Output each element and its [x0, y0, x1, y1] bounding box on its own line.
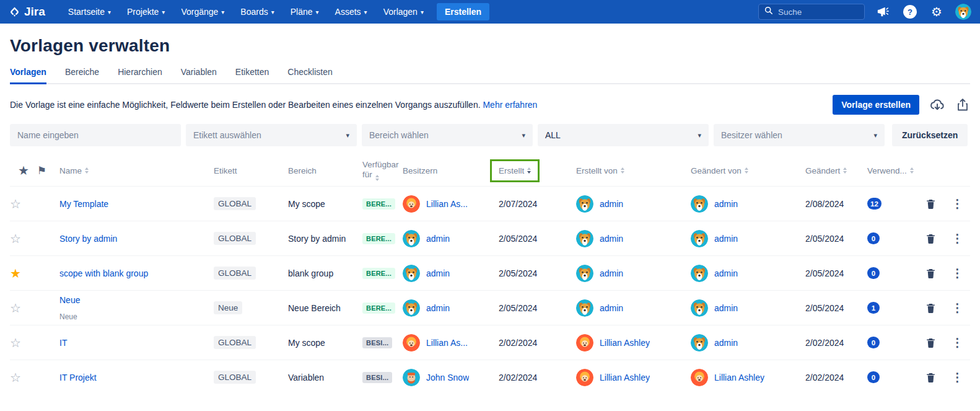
jira-logo[interactable]: Jira [9, 5, 45, 19]
favorite-star-toggle[interactable]: ★ [10, 267, 21, 280]
learn-more-link[interactable]: Mehr erfahren [483, 100, 537, 110]
row-more-menu-icon[interactable]: ⋮ [945, 266, 970, 280]
template-name-link[interactable]: Story by admin [59, 234, 117, 244]
bereich-cell: My scope [288, 199, 362, 209]
tab-hierarchien[interactable]: Hierarchien [118, 67, 162, 83]
delete-trash-icon[interactable] [917, 198, 945, 210]
announcements-megaphone-icon[interactable] [875, 4, 891, 20]
name-filter[interactable] [10, 124, 181, 146]
template-name-link[interactable]: IT Projekt [59, 373, 97, 382]
vertical-dots-glyph: ⋮ [952, 231, 963, 245]
import-cloud-download-icon[interactable] [929, 97, 945, 113]
favorite-star-toggle[interactable]: ☆ [10, 336, 21, 350]
delete-trash-icon[interactable] [917, 232, 945, 245]
table-row: ☆ITGLOBALMy scopeBESI...Lillian As...2/0… [10, 325, 970, 360]
header-geaendert[interactable]: Geändert [805, 166, 867, 175]
nav-item-boards[interactable]: Boards▾ [234, 0, 281, 24]
favorite-star-toggle[interactable]: ☆ [10, 197, 21, 211]
user-link[interactable]: Lillian Ashley [600, 373, 650, 382]
user-link[interactable]: admin [426, 234, 450, 244]
user-link[interactable]: admin [600, 234, 623, 244]
erstellt-date: 2/05/2024 [499, 268, 576, 278]
nav-item-vorlagen[interactable]: Vorlagen▾ [377, 0, 431, 24]
user-link[interactable]: admin [426, 268, 450, 278]
header-verfuegbar-fuer[interactable]: Verfügbar für [362, 160, 403, 182]
template-name-link[interactable]: Neue [59, 295, 80, 305]
settings-gear-icon[interactable]: ⚙ [929, 4, 945, 20]
header-geaendert-von[interactable]: Geändert von [691, 166, 805, 175]
create-button[interactable]: Erstellen [437, 3, 489, 20]
user-link[interactable]: admin [426, 303, 450, 313]
user-link[interactable]: admin [714, 338, 738, 348]
template-name-link[interactable]: scope with blank group [59, 268, 148, 278]
question-mark-glyph: ? [903, 5, 917, 19]
row-more-menu-icon[interactable]: ⋮ [945, 197, 970, 211]
header-erstellt[interactable]: Erstellt [499, 159, 576, 182]
tab-vorlagen[interactable]: Vorlagen [10, 67, 46, 83]
user-link[interactable]: admin [600, 199, 623, 209]
row-more-menu-icon[interactable]: ⋮ [945, 231, 970, 245]
search-input[interactable] [778, 7, 852, 17]
help-icon[interactable]: ? [902, 4, 918, 20]
header-verwendungen[interactable]: Verwend... [867, 166, 917, 175]
nav-item-assets[interactable]: Assets▾ [328, 0, 374, 24]
user-link[interactable]: admin [714, 234, 738, 244]
user-link[interactable]: Lillian As... [426, 199, 468, 209]
tab-bereiche[interactable]: Bereiche [65, 67, 99, 83]
tab-checklisten[interactable]: Checklisten [287, 67, 332, 83]
user-link[interactable]: admin [714, 303, 738, 313]
besitzer-cell: Lillian As... [403, 334, 499, 351]
erstellt-header-highlight-box: Erstellt [490, 159, 540, 182]
nav-item-vorgaenge[interactable]: Vorgänge▾ [174, 0, 231, 24]
template-name-link[interactable]: IT [59, 338, 67, 348]
tab-etiketten[interactable]: Etiketten [235, 67, 269, 83]
reset-filters-button[interactable]: Zurücksetzen [892, 124, 968, 146]
erstellt-date: 2/05/2024 [499, 234, 576, 244]
create-template-button[interactable]: Vorlage erstellen [833, 95, 919, 115]
user-link[interactable]: Lillian Ashley [714, 373, 764, 382]
user-link[interactable]: John Snow [426, 373, 469, 382]
user-link[interactable]: admin [714, 268, 738, 278]
chevron-down-icon: ▾ [346, 131, 349, 139]
erstellt-von-cell: admin [576, 299, 691, 317]
nav-item-projekte[interactable]: Projekte▾ [120, 0, 172, 24]
all-filter-select[interactable]: ALL▾ [538, 124, 709, 146]
user-link[interactable]: Lillian Ashley [600, 338, 650, 348]
row-more-menu-icon[interactable]: ⋮ [945, 301, 970, 315]
user-link[interactable]: Lillian As... [426, 338, 468, 348]
user-link[interactable]: admin [600, 268, 623, 278]
delete-trash-icon[interactable] [917, 371, 945, 384]
favorite-star-toggle[interactable]: ☆ [10, 301, 21, 315]
user-link[interactable]: admin [714, 199, 738, 209]
delete-trash-icon[interactable] [917, 267, 945, 280]
favorite-star-toggle[interactable]: ☆ [10, 232, 21, 245]
nav-item-plaene[interactable]: Pläne▾ [284, 0, 326, 24]
etikett-filter-select[interactable]: Etikett auswählen▾ [186, 124, 357, 146]
sort-icon [745, 167, 748, 174]
row-more-menu-icon[interactable]: ⋮ [945, 370, 970, 384]
sort-icon-active [527, 167, 531, 174]
tab-variablen[interactable]: Variablen [181, 67, 217, 83]
bereich-filter-select[interactable]: Bereich wählen▾ [362, 124, 533, 146]
favorite-star-toggle[interactable]: ☆ [10, 371, 21, 384]
name-filter-input[interactable] [17, 130, 173, 140]
row-more-menu-icon[interactable]: ⋮ [945, 335, 970, 350]
nav-item-startseite[interactable]: Startseite▾ [61, 0, 118, 24]
name-cell: IT [59, 338, 214, 348]
besitzer-filter-select[interactable]: Besitzer wählen▾ [714, 124, 885, 146]
global-search[interactable] [758, 4, 865, 20]
header-name[interactable]: Name [59, 166, 214, 175]
delete-trash-icon[interactable] [917, 302, 945, 314]
user-avatar[interactable] [955, 4, 971, 20]
usage-count-badge: 12 [867, 198, 882, 210]
chevron-down-icon: ▾ [421, 9, 424, 15]
vertical-dots-glyph: ⋮ [952, 301, 963, 315]
verfuegbar-badge: BERE... [362, 303, 395, 314]
user-link[interactable]: admin [600, 303, 623, 313]
template-name-link[interactable]: My Template [59, 199, 108, 209]
header-erstellt-von[interactable]: Erstellt von [576, 166, 691, 175]
export-share-icon[interactable] [955, 97, 970, 112]
usage-count-badge: 0 [867, 232, 880, 244]
table-body: ☆My TemplateGLOBALMy scopeBERE...Lillian… [10, 186, 970, 394]
delete-trash-icon[interactable] [917, 337, 945, 349]
